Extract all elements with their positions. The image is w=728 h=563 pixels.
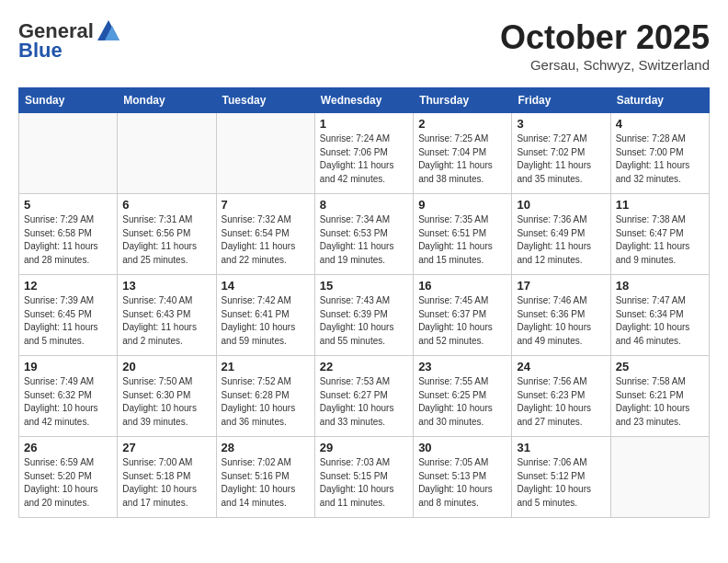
day-number: 8 [320, 198, 408, 212]
day-info: Sunrise: 7:25 AM Sunset: 7:04 PM Dayligh… [418, 132, 506, 186]
calendar-cell: 7Sunrise: 7:32 AM Sunset: 6:54 PM Daylig… [216, 194, 314, 275]
day-info: Sunrise: 7:03 AM Sunset: 5:15 PM Dayligh… [320, 456, 408, 510]
day-info: Sunrise: 7:50 AM Sunset: 6:30 PM Dayligh… [122, 375, 210, 429]
calendar-cell: 24Sunrise: 7:56 AM Sunset: 6:23 PM Dayli… [512, 356, 610, 437]
day-number: 13 [122, 279, 210, 293]
day-number: 29 [320, 441, 408, 454]
logo: General Blue [18, 18, 121, 63]
calendar-cell: 30Sunrise: 7:05 AM Sunset: 5:13 PM Dayli… [414, 437, 512, 518]
day-info: Sunrise: 7:49 AM Sunset: 6:32 PM Dayligh… [24, 375, 112, 429]
day-number: 17 [517, 279, 605, 293]
calendar-cell: 4Sunrise: 7:28 AM Sunset: 7:00 PM Daylig… [610, 113, 709, 194]
calendar-cell: 18Sunrise: 7:47 AM Sunset: 6:34 PM Dayli… [610, 275, 709, 356]
day-number: 23 [418, 360, 506, 373]
day-number: 16 [418, 279, 506, 293]
calendar-cell: 8Sunrise: 7:34 AM Sunset: 6:53 PM Daylig… [314, 194, 413, 275]
calendar-cell: 17Sunrise: 7:46 AM Sunset: 6:36 PM Dayli… [512, 275, 610, 356]
day-info: Sunrise: 7:46 AM Sunset: 6:36 PM Dayligh… [517, 294, 605, 348]
calendar-cell: 11Sunrise: 7:38 AM Sunset: 6:47 PM Dayli… [610, 194, 709, 275]
day-info: Sunrise: 7:00 AM Sunset: 5:18 PM Dayligh… [122, 456, 210, 510]
day-number: 19 [24, 360, 112, 373]
day-number: 1 [320, 117, 408, 131]
day-number: 4 [616, 117, 704, 131]
day-number: 2 [418, 117, 506, 131]
page-header: General Blue October 2025 Gersau, Schwyz… [18, 18, 710, 73]
day-number: 12 [24, 279, 112, 293]
calendar-cell [610, 437, 709, 518]
calendar-cell [216, 113, 314, 194]
calendar-cell: 3Sunrise: 7:27 AM Sunset: 7:02 PM Daylig… [512, 113, 610, 194]
day-number: 22 [320, 360, 408, 373]
calendar-week-row: 12Sunrise: 7:39 AM Sunset: 6:45 PM Dayli… [19, 275, 710, 356]
day-info: Sunrise: 7:35 AM Sunset: 6:51 PM Dayligh… [418, 213, 506, 267]
day-info: Sunrise: 7:39 AM Sunset: 6:45 PM Dayligh… [24, 294, 112, 348]
calendar-cell: 27Sunrise: 7:00 AM Sunset: 5:18 PM Dayli… [118, 437, 216, 518]
day-number: 20 [122, 360, 210, 373]
day-info: Sunrise: 7:43 AM Sunset: 6:39 PM Dayligh… [320, 294, 408, 348]
day-info: Sunrise: 7:40 AM Sunset: 6:43 PM Dayligh… [122, 294, 210, 348]
day-number: 11 [616, 198, 704, 212]
logo-icon [96, 18, 121, 44]
calendar-cell: 23Sunrise: 7:55 AM Sunset: 6:25 PM Dayli… [414, 356, 512, 437]
calendar-cell: 31Sunrise: 7:06 AM Sunset: 5:12 PM Dayli… [512, 437, 610, 518]
month-title: October 2025 [500, 18, 710, 57]
day-info: Sunrise: 7:53 AM Sunset: 6:27 PM Dayligh… [320, 375, 408, 429]
day-info: Sunrise: 7:28 AM Sunset: 7:00 PM Dayligh… [616, 132, 704, 186]
calendar-cell: 15Sunrise: 7:43 AM Sunset: 6:39 PM Dayli… [314, 275, 413, 356]
day-info: Sunrise: 7:32 AM Sunset: 6:54 PM Dayligh… [222, 213, 310, 267]
calendar-cell: 14Sunrise: 7:42 AM Sunset: 6:41 PM Dayli… [216, 275, 314, 356]
weekday-header-monday: Monday [118, 88, 216, 113]
day-number: 21 [222, 360, 310, 373]
day-number: 18 [616, 279, 704, 293]
day-number: 6 [122, 198, 210, 212]
logo-blue-text: Blue [18, 39, 63, 63]
day-info: Sunrise: 7:31 AM Sunset: 6:56 PM Dayligh… [122, 213, 210, 267]
weekday-header-friday: Friday [512, 88, 610, 113]
day-number: 25 [616, 360, 704, 373]
calendar-cell: 21Sunrise: 7:52 AM Sunset: 6:28 PM Dayli… [216, 356, 314, 437]
day-info: Sunrise: 7:45 AM Sunset: 6:37 PM Dayligh… [418, 294, 506, 348]
day-info: Sunrise: 7:27 AM Sunset: 7:02 PM Dayligh… [517, 132, 605, 186]
weekday-header-thursday: Thursday [414, 88, 512, 113]
calendar-table: SundayMondayTuesdayWednesdayThursdayFrid… [18, 87, 710, 518]
day-number: 28 [222, 441, 310, 454]
day-number: 14 [222, 279, 310, 293]
day-info: Sunrise: 7:56 AM Sunset: 6:23 PM Dayligh… [517, 375, 605, 429]
day-number: 31 [517, 441, 605, 454]
calendar-cell: 28Sunrise: 7:02 AM Sunset: 5:16 PM Dayli… [216, 437, 314, 518]
calendar-cell: 5Sunrise: 7:29 AM Sunset: 6:58 PM Daylig… [19, 194, 118, 275]
day-number: 15 [320, 279, 408, 293]
day-number: 26 [24, 441, 112, 454]
weekday-header-sunday: Sunday [19, 88, 118, 113]
calendar-cell: 29Sunrise: 7:03 AM Sunset: 5:15 PM Dayli… [314, 437, 413, 518]
calendar-cell: 16Sunrise: 7:45 AM Sunset: 6:37 PM Dayli… [414, 275, 512, 356]
calendar-week-row: 5Sunrise: 7:29 AM Sunset: 6:58 PM Daylig… [19, 194, 710, 275]
calendar-week-row: 1Sunrise: 7:24 AM Sunset: 7:06 PM Daylig… [19, 113, 710, 194]
day-number: 5 [24, 198, 112, 212]
calendar-cell: 26Sunrise: 6:59 AM Sunset: 5:20 PM Dayli… [19, 437, 118, 518]
calendar-cell: 2Sunrise: 7:25 AM Sunset: 7:04 PM Daylig… [414, 113, 512, 194]
day-number: 9 [418, 198, 506, 212]
day-info: Sunrise: 7:29 AM Sunset: 6:58 PM Dayligh… [24, 213, 112, 267]
day-info: Sunrise: 7:05 AM Sunset: 5:13 PM Dayligh… [418, 456, 506, 510]
day-info: Sunrise: 7:52 AM Sunset: 6:28 PM Dayligh… [222, 375, 310, 429]
day-info: Sunrise: 7:55 AM Sunset: 6:25 PM Dayligh… [418, 375, 506, 429]
calendar-cell: 10Sunrise: 7:36 AM Sunset: 6:49 PM Dayli… [512, 194, 610, 275]
day-info: Sunrise: 7:02 AM Sunset: 5:16 PM Dayligh… [222, 456, 310, 510]
day-number: 24 [517, 360, 605, 373]
location: Gersau, Schwyz, Switzerland [500, 57, 710, 73]
calendar-cell: 25Sunrise: 7:58 AM Sunset: 6:21 PM Dayli… [610, 356, 709, 437]
calendar-cell: 12Sunrise: 7:39 AM Sunset: 6:45 PM Dayli… [19, 275, 118, 356]
calendar-week-row: 19Sunrise: 7:49 AM Sunset: 6:32 PM Dayli… [19, 356, 710, 437]
day-number: 30 [418, 441, 506, 454]
weekday-header-tuesday: Tuesday [216, 88, 314, 113]
weekday-header-saturday: Saturday [610, 88, 709, 113]
weekday-header-wednesday: Wednesday [314, 88, 413, 113]
day-info: Sunrise: 6:59 AM Sunset: 5:20 PM Dayligh… [24, 456, 112, 510]
calendar-week-row: 26Sunrise: 6:59 AM Sunset: 5:20 PM Dayli… [19, 437, 710, 518]
day-info: Sunrise: 7:58 AM Sunset: 6:21 PM Dayligh… [616, 375, 704, 429]
calendar-cell: 20Sunrise: 7:50 AM Sunset: 6:30 PM Dayli… [118, 356, 216, 437]
calendar-cell [118, 113, 216, 194]
day-info: Sunrise: 7:42 AM Sunset: 6:41 PM Dayligh… [222, 294, 310, 348]
calendar-cell: 13Sunrise: 7:40 AM Sunset: 6:43 PM Dayli… [118, 275, 216, 356]
